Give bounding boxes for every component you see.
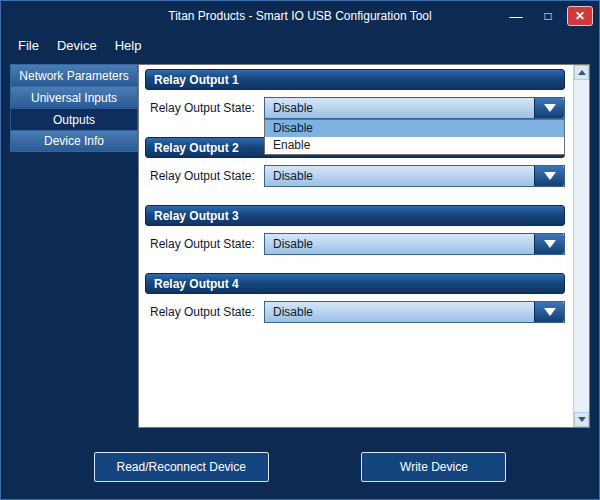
dropdown-value: Disable xyxy=(273,169,313,183)
dropdown-option-disable[interactable]: Disable xyxy=(265,120,564,137)
dropdown-option-enable[interactable]: Enable xyxy=(265,137,564,154)
tab-device-info[interactable]: Device Info xyxy=(10,130,138,152)
group-row: Relay Output State: Disable xyxy=(145,165,565,187)
chevron-down-icon xyxy=(544,104,556,112)
dropdown-arrow-button[interactable] xyxy=(534,302,564,322)
chevron-down-icon xyxy=(544,240,556,248)
dropdown-arrow-button[interactable] xyxy=(534,234,564,254)
tab-universal-inputs[interactable]: Universal Inputs xyxy=(10,86,138,108)
relay-output-3-state-dropdown[interactable]: Disable xyxy=(264,233,565,255)
dropdown-value: Disable xyxy=(273,305,313,319)
group-row: Relay Output State: Disable xyxy=(145,233,565,255)
relay-output-state-label: Relay Output State: xyxy=(150,169,264,183)
window-controls: — □ ✕ xyxy=(503,6,593,26)
dropdown-value: Disable xyxy=(273,237,313,251)
minimize-icon: — xyxy=(510,9,523,24)
maximize-icon: □ xyxy=(544,9,551,23)
group-header: Relay Output 4 xyxy=(145,273,565,294)
group-header: Relay Output 3 xyxy=(145,205,565,226)
group-relay-output-3: Relay Output 3 Relay Output State: Disab… xyxy=(145,205,565,255)
content-area: Network Parameters Universal Inputs Outp… xyxy=(1,59,599,434)
relay-output-2-state-dropdown[interactable]: Disable xyxy=(264,165,565,187)
app-window: Titan Products - Smart IO USB Configurat… xyxy=(0,0,600,500)
scroll-down-button[interactable] xyxy=(574,412,589,427)
group-relay-output-1: Relay Output 1 Relay Output State: Disab… xyxy=(145,69,565,119)
group-row: Relay Output State: Disable Disable Enab… xyxy=(145,97,565,119)
read-reconnect-device-button[interactable]: Read/Reconnect Device xyxy=(94,452,269,482)
arrow-down-icon xyxy=(578,417,586,422)
minimize-button[interactable]: — xyxy=(503,6,529,26)
scroll-up-button[interactable] xyxy=(574,65,589,80)
dropdown-arrow-button[interactable] xyxy=(534,98,564,118)
sidebar: Network Parameters Universal Inputs Outp… xyxy=(10,64,138,428)
maximize-button[interactable]: □ xyxy=(535,6,561,26)
group-row: Relay Output State: Disable xyxy=(145,301,565,323)
close-icon: ✕ xyxy=(575,9,585,23)
relay-output-state-label: Relay Output State: xyxy=(150,305,264,319)
title-bar: Titan Products - Smart IO USB Configurat… xyxy=(1,1,599,31)
close-button[interactable]: ✕ xyxy=(567,6,593,26)
relay-output-4-state-dropdown[interactable]: Disable xyxy=(264,301,565,323)
tab-network-parameters[interactable]: Network Parameters xyxy=(10,64,138,86)
main-panel: Relay Output 1 Relay Output State: Disab… xyxy=(138,64,590,428)
group-header: Relay Output 1 xyxy=(145,69,565,90)
footer: Read/Reconnect Device Write Device xyxy=(1,434,599,499)
relay-output-state-label: Relay Output State: xyxy=(150,101,264,115)
dropdown-arrow-button[interactable] xyxy=(534,166,564,186)
menu-file[interactable]: File xyxy=(9,34,48,57)
vertical-scrollbar[interactable] xyxy=(573,65,589,427)
chevron-down-icon xyxy=(544,308,556,316)
group-relay-output-4: Relay Output 4 Relay Output State: Disab… xyxy=(145,273,565,323)
menu-bar: File Device Help xyxy=(1,31,599,59)
chevron-down-icon xyxy=(544,172,556,180)
relay-output-1-state-dropdown[interactable]: Disable Disable Enable xyxy=(264,97,565,119)
dropdown-value: Disable xyxy=(273,101,313,115)
relay-output-1-dropdown-list: Disable Enable xyxy=(264,119,565,155)
write-device-button[interactable]: Write Device xyxy=(361,452,506,482)
relay-output-state-label: Relay Output State: xyxy=(150,237,264,251)
tab-outputs[interactable]: Outputs xyxy=(10,108,138,130)
menu-help[interactable]: Help xyxy=(106,34,151,57)
menu-device[interactable]: Device xyxy=(48,34,106,57)
arrow-up-icon xyxy=(578,70,586,75)
